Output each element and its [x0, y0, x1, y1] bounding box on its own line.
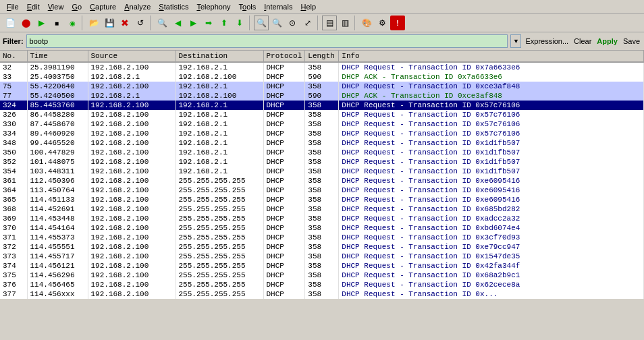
- table-row[interactable]: 376114.456465192.168.2.100255.255.255.25…: [0, 280, 644, 289]
- col-destination[interactable]: Destination: [176, 51, 263, 62]
- table-row[interactable]: 372114.455551192.168.2.100255.255.255.25…: [0, 242, 644, 252]
- col-no[interactable]: No.: [0, 51, 27, 62]
- table-row[interactable]: 3325.4003750192.168.2.1192.168.2.100DHCP…: [0, 72, 644, 82]
- table-row[interactable]: 7555.4220640192.168.2.100192.168.2.1DHCP…: [0, 82, 644, 91]
- table-row[interactable]: 369114.453448192.168.2.100255.255.255.25…: [0, 214, 644, 223]
- new-capture-icon[interactable]: 📄: [3, 16, 18, 30]
- table-row[interactable]: 33087.4458670192.168.2.100192.168.2.1DHC…: [0, 119, 644, 129]
- colorize-icon[interactable]: ▤: [322, 16, 337, 30]
- table-row[interactable]: 375114.456296192.168.2.100255.255.255.25…: [0, 271, 644, 280]
- help-icon[interactable]: !: [390, 16, 405, 30]
- colorize2-icon[interactable]: ▥: [338, 16, 352, 30]
- menu-internals[interactable]: Internals: [260, 1, 296, 12]
- table-row[interactable]: 354103.448311192.168.2.100192.168.2.1DHC…: [0, 167, 644, 176]
- resize-columns-icon[interactable]: ⤢: [300, 16, 315, 30]
- table-row[interactable]: 364113.450764192.168.2.100255.255.255.25…: [0, 186, 644, 195]
- packet-list: No. Time Source Destination Protocol Len…: [0, 51, 644, 335]
- menubar: File Edit View Go Capture Analyze Statis…: [0, 0, 644, 14]
- preferences-icon[interactable]: ⚙: [375, 16, 390, 30]
- forward-packet-icon[interactable]: ▶: [186, 16, 200, 30]
- sep2: [150, 16, 153, 30]
- filter-dropdown[interactable]: ▼: [510, 34, 521, 48]
- col-source[interactable]: Source: [88, 51, 176, 62]
- table-row[interactable]: 377114.456xxx192.168.2.100255.255.255.25…: [0, 289, 644, 299]
- apply-button[interactable]: Apply: [595, 37, 619, 45]
- table-row[interactable]: 33489.4460920192.168.2.100192.168.2.1DHC…: [0, 129, 644, 138]
- menu-tools[interactable]: Tools: [235, 1, 261, 12]
- save-button[interactable]: Save: [622, 37, 641, 45]
- col-info[interactable]: Info: [339, 51, 644, 62]
- table-row[interactable]: 352101.448075192.168.2.100192.168.2.1DHC…: [0, 157, 644, 167]
- go-to-icon[interactable]: ➡: [201, 16, 216, 30]
- zoom-reset-icon[interactable]: ⊙: [285, 16, 300, 30]
- stop-capture-icon[interactable]: ■: [49, 16, 64, 30]
- table-row[interactable]: 373114.455717192.168.2.100255.255.255.25…: [0, 252, 644, 261]
- open-file-icon[interactable]: 📂: [86, 16, 101, 30]
- menu-capture[interactable]: Capture: [86, 1, 120, 12]
- col-length[interactable]: Length: [305, 51, 339, 62]
- table-row[interactable]: 365114.451133192.168.2.100255.255.255.25…: [0, 195, 644, 204]
- reload-file-icon[interactable]: ↺: [133, 16, 148, 30]
- table-row[interactable]: 371114.455373192.168.2.100255.255.255.25…: [0, 233, 644, 242]
- back-packet-icon[interactable]: ◀: [170, 16, 185, 30]
- menu-help[interactable]: Help: [296, 1, 320, 12]
- menu-statistics[interactable]: Statistics: [155, 1, 192, 12]
- table-row[interactable]: 32686.4458280192.168.2.100192.168.2.1DHC…: [0, 110, 644, 119]
- menu-analyze[interactable]: Analyze: [120, 1, 155, 12]
- first-packet-icon[interactable]: ⬆: [217, 16, 232, 30]
- packet-table: No. Time Source Destination Protocol Len…: [0, 51, 644, 299]
- packet-tbody: 3225.3981190192.168.2.100192.168.2.1DHCP…: [0, 62, 644, 299]
- col-time[interactable]: Time: [27, 51, 88, 62]
- start-capture-icon[interactable]: ▶: [34, 16, 49, 30]
- table-row[interactable]: 368114.452691192.168.2.100255.255.255.25…: [0, 204, 644, 214]
- col-protocol[interactable]: Protocol: [263, 51, 305, 62]
- clear-button[interactable]: Clear: [572, 37, 593, 45]
- toolbar: 📄 ⬤ ▶ ■ ◉ 📂 💾 ✖ ↺ 🔍 ◀ ▶ ➡ ⬆ ⬇ 🔍 🔍 ⊙ ⤢ ▤ …: [0, 14, 644, 32]
- filter-input[interactable]: [26, 34, 508, 48]
- last-packet-icon[interactable]: ⬇: [232, 16, 247, 30]
- sep1: [82, 16, 84, 30]
- table-row[interactable]: 34899.4465520192.168.2.100192.168.2.1DHC…: [0, 138, 644, 148]
- table-header: No. Time Source Destination Protocol Len…: [0, 51, 644, 62]
- menu-file[interactable]: File: [3, 1, 23, 12]
- table-row[interactable]: 361112.450396192.168.2.100255.255.255.25…: [0, 176, 644, 186]
- restart-capture-icon[interactable]: ◉: [65, 16, 80, 30]
- save-file-icon[interactable]: 💾: [102, 16, 117, 30]
- table-row[interactable]: 7755.4240500192.168.2.1192.168.2.100DHCP…: [0, 91, 644, 101]
- menu-edit[interactable]: Edit: [23, 1, 44, 12]
- expression-button[interactable]: Expression...: [524, 37, 570, 45]
- table-row[interactable]: 350100.447829192.168.2.100192.168.2.1DHC…: [0, 148, 644, 157]
- sep3: [249, 16, 252, 30]
- sep5: [354, 16, 357, 30]
- table-row[interactable]: 370114.454164192.168.2.100255.255.255.25…: [0, 223, 644, 233]
- table-row[interactable]: 32485.4453760192.168.2.100192.168.2.1DHC…: [0, 101, 644, 110]
- menu-view[interactable]: View: [44, 1, 68, 12]
- find-packet-icon[interactable]: 🔍: [155, 16, 169, 30]
- color-rules-icon[interactable]: 🎨: [359, 16, 374, 30]
- menu-telephony[interactable]: Telephony: [192, 1, 234, 12]
- table-row[interactable]: 374114.456121192.168.2.100255.255.255.25…: [0, 261, 644, 271]
- menu-go[interactable]: Go: [68, 1, 86, 12]
- zoom-out-icon[interactable]: 🔍: [269, 16, 284, 30]
- table-row[interactable]: 3225.3981190192.168.2.100192.168.2.1DHCP…: [0, 62, 644, 72]
- filterbar: Filter: ▼ Expression... Clear Apply Save: [0, 32, 644, 51]
- zoom-in-icon[interactable]: 🔍: [254, 16, 269, 30]
- filter-label: Filter:: [3, 37, 24, 45]
- sep4: [317, 16, 320, 30]
- close-file-icon[interactable]: ✖: [117, 16, 132, 30]
- open-capture-icon[interactable]: ⬤: [18, 16, 33, 30]
